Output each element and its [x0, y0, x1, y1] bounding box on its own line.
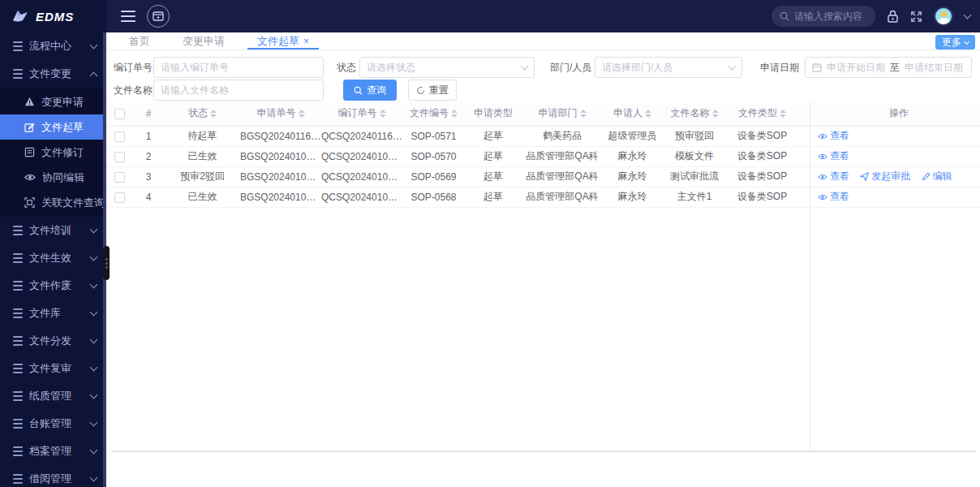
tab-close-icon[interactable]: × [303, 37, 309, 46]
sidebar-item-doc-obsolete[interactable]: 文件作废 [0, 272, 106, 300]
doc-name-cell: 测试审批流 [662, 166, 727, 187]
query-button[interactable]: 查询 [343, 80, 397, 101]
row-checkbox[interactable] [114, 172, 125, 183]
col-doc-name[interactable]: 文件名称 [662, 101, 727, 126]
order-no-cell: QCSQ2024010500001 [321, 166, 402, 187]
view-link[interactable]: 查看 [818, 129, 849, 143]
submenu-item-doc-draft[interactable]: 文件起草 [0, 114, 106, 140]
submenu-item-change-request[interactable]: 变更申请 [0, 89, 106, 114]
col-dept[interactable]: 申请部门 [522, 101, 603, 126]
apply-no-cell: BGSQ2024010200006 [240, 187, 321, 207]
lock-icon[interactable] [887, 10, 899, 23]
col-apply-no[interactable]: 申请单号 [240, 101, 321, 126]
warning-triangle-icon [24, 97, 35, 107]
table-row[interactable]: 1 待起草 BGSQ2024011600001 QCSQ202401160000… [106, 126, 980, 146]
view-link[interactable]: 查看 [818, 149, 849, 163]
status-select[interactable]: 请选择状态 [359, 57, 535, 78]
apply-no-cell: BGSQ2024010900001 [240, 146, 321, 166]
col-order-no[interactable]: 编订单号 [321, 101, 402, 126]
reset-button[interactable]: 重置 [408, 80, 457, 101]
sort-icon[interactable] [580, 110, 587, 118]
view-link[interactable]: 查看 [818, 190, 849, 204]
app-window-icon[interactable] [147, 5, 170, 28]
order-no-input[interactable] [154, 58, 323, 77]
logo: EDMS [0, 0, 106, 32]
sidebar-item-doc-distribution[interactable]: 文件分发 [0, 327, 106, 355]
fullscreen-icon[interactable] [910, 11, 922, 23]
sidebar-item-doc-effective[interactable]: 文件生效 [0, 244, 106, 272]
apply-date-range[interactable]: 申请开始日期 至 申请结束日期 [805, 57, 972, 78]
edit-link[interactable]: 编辑 [922, 170, 952, 183]
chevron-down-icon [90, 226, 98, 234]
view-link[interactable]: 查看 [818, 170, 849, 183]
row-checkbox[interactable] [114, 152, 125, 162]
menu-bars-icon [13, 474, 23, 484]
sidebar-item-archive-mgmt[interactable]: 档案管理 [0, 437, 106, 465]
sort-icon[interactable] [712, 110, 719, 118]
status-cell: 待起草 [165, 126, 240, 146]
submenu-item-related-doc-query[interactable]: 关联文件查询 [0, 190, 106, 215]
sidebar-item-doc-review[interactable]: 文件复审 [0, 355, 106, 382]
submenu-item-label: 文件修订 [41, 145, 84, 160]
sidebar-collapse-handle[interactable] [103, 246, 110, 280]
col-applicant[interactable]: 申请人 [603, 101, 662, 126]
doc-type-cell: 设备类SOP [727, 166, 797, 187]
table-row[interactable]: 4 已生效 BGSQ2024010200006 QCSQ202401020000… [106, 187, 980, 207]
sidebar-item-doc-library[interactable]: 文件库 [0, 300, 106, 327]
table-row[interactable]: 3 预审2驳回 BGSQ2024010400001 QCSQ2024010500… [106, 166, 980, 187]
sidebar-item-borrow-mgmt[interactable]: 借阅管理 [0, 465, 106, 487]
table-row[interactable]: 2 已生效 BGSQ2024010900001 QCSQ202401090000… [106, 146, 980, 166]
sidebar: EDMS 流程中心 文件变更 变更申请 文件 [0, 0, 106, 487]
col-doc-type[interactable]: 文件类型 [727, 101, 797, 126]
doc-name-input[interactable] [154, 80, 323, 100]
sidebar-item-paper-mgmt[interactable]: 纸质管理 [0, 382, 106, 410]
user-menu-chevron-icon[interactable] [964, 11, 972, 19]
apply-type-cell: 起草 [465, 146, 522, 166]
user-avatar[interactable] [934, 6, 953, 26]
sort-icon[interactable] [380, 110, 386, 118]
dept-cell: 品质管理部QA科 [522, 166, 603, 187]
tab-doc-draft[interactable]: 文件起草 × [241, 32, 325, 50]
sidebar-item-ledger-mgmt[interactable]: 台账管理 [0, 410, 106, 437]
eye-icon [818, 132, 827, 140]
sort-icon[interactable] [780, 110, 786, 118]
sidebar-item-doc-training[interactable]: 文件培训 [0, 217, 106, 244]
col-status[interactable]: 状态 [165, 101, 240, 126]
date-start-placeholder[interactable]: 申请开始日期 [827, 61, 885, 75]
global-search[interactable] [772, 6, 875, 27]
row-checkbox[interactable] [114, 131, 125, 142]
col-actions: 操作 [810, 101, 980, 126]
select-all-checkbox[interactable] [114, 109, 125, 119]
sidebar-item-label: 流程中心 [29, 39, 84, 54]
sidebar-item-label: 台账管理 [29, 416, 84, 431]
submenu-item-doc-revision[interactable]: 文件修订 [0, 140, 106, 165]
order-no-label: 编订单号 [114, 57, 153, 78]
sort-icon[interactable] [299, 110, 305, 118]
tab-home[interactable]: 首页 [113, 32, 166, 50]
more-button[interactable]: 更多 [935, 35, 975, 50]
date-end-placeholder[interactable]: 申请结束日期 [905, 61, 963, 75]
sidebar-item-label: 文件变更 [29, 67, 84, 81]
sort-icon[interactable] [210, 110, 217, 118]
chevron-down-icon [964, 38, 969, 44]
horizontal-scrollbar-track[interactable] [111, 450, 977, 452]
global-search-input[interactable] [794, 11, 867, 22]
launch-approval-link[interactable]: 发起审批 [860, 170, 910, 183]
sidebar-item-label: 文件分发 [29, 334, 84, 348]
col-doc-no[interactable]: 文件编号 [402, 101, 465, 126]
order-no-cell: QCSQ2024011600001 [321, 126, 402, 146]
hamburger-menu-icon[interactable] [121, 11, 135, 22]
dept-person-select[interactable]: 请选择部门/人员 [595, 57, 742, 78]
sidebar-item-process-center[interactable]: 流程中心 [0, 32, 106, 60]
chevron-down-icon [90, 419, 98, 427]
doc-name-cell: 模板文件 [662, 146, 727, 166]
chevron-down-icon [729, 62, 737, 71]
row-index: 3 [132, 166, 165, 187]
submenu-item-collab-edit[interactable]: 协同编辑 [0, 165, 106, 190]
sort-icon[interactable] [645, 110, 651, 118]
sort-icon[interactable] [451, 110, 458, 118]
sidebar-item-doc-change[interactable]: 文件变更 [0, 60, 106, 88]
tab-change-request[interactable]: 变更申请 [166, 32, 241, 50]
frame-search-icon [24, 197, 35, 208]
row-checkbox[interactable] [114, 192, 125, 203]
